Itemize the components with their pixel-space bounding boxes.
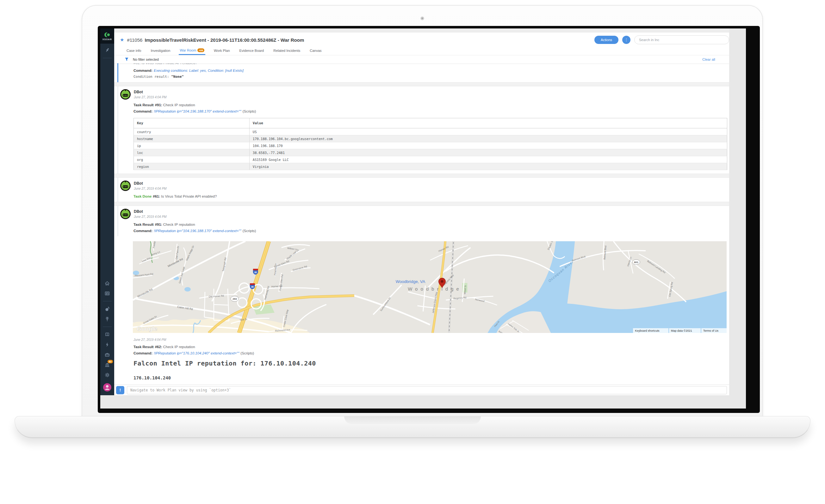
incident-id: #11056 (127, 37, 142, 43)
task-result-line: Task Result#91:Check IP reputation (134, 103, 727, 107)
kebab-menu-button[interactable]: ⋮ (622, 36, 630, 44)
incident-header: ★ #11056 ImpossibleTravelRiskEvent - 201… (114, 32, 729, 47)
timestamp: June 27, 2019 4:04 PM (134, 187, 166, 190)
tab-war-room[interactable]: War Room+99 (180, 49, 204, 55)
xsoar-logo-text: XSOAR (102, 38, 112, 40)
map-embed[interactable]: 95 95 294 (133, 241, 727, 333)
google-map: 95 95 294 (133, 241, 727, 333)
keyboard-shortcuts-link[interactable]: Keyboard shortcuts (635, 329, 660, 332)
route-294-shield: 294 (231, 296, 239, 302)
tab-evidence-board[interactable]: Evidence Board (239, 49, 264, 55)
tab-bar: Case info Investigation War Room+99 Work… (114, 47, 729, 55)
filter-funnel-icon[interactable] (125, 57, 129, 61)
svg-text:601: 601 (634, 261, 639, 264)
screen-display: XSOAR (100, 28, 746, 409)
entry-separator (114, 82, 729, 86)
tab-investigation[interactable]: Investigation (151, 49, 170, 55)
command-line: Command:Executing conditions: Label: yes… (134, 69, 729, 72)
clipped-line: #61: Is Virus Total Private API enabled? (120, 63, 729, 66)
timestamp: June 27, 2019 4:04 PM (134, 95, 166, 99)
main-panel: ★ #11056 ImpossibleTravelRiskEvent - 201… (114, 28, 729, 395)
city-state-label: Woodbridge, VA (396, 279, 426, 284)
command-mode-button[interactable]: ! (116, 386, 124, 394)
sidebar-divider (103, 301, 112, 301)
command-link[interactable]: !IPReputation ip="176.10.104.240" extend… (154, 351, 239, 355)
task-result-line: Task Result#91:Check IP reputation (134, 223, 727, 226)
home-icon[interactable] (104, 280, 110, 286)
timestamp: June 27, 2019 4:04 PM (134, 215, 166, 219)
dbot-avatar (120, 89, 131, 100)
org-badge: 82 (107, 360, 113, 363)
laptop-base (14, 416, 811, 438)
xsoar-logo[interactable]: XSOAR (100, 28, 114, 44)
war-room-entry-partial: #61: Is Virus Total Private API enabled?… (118, 63, 729, 82)
tab-related-incidents[interactable]: Related Incidents (273, 49, 300, 55)
camera-dot (421, 16, 424, 20)
author-name: DBot (134, 209, 166, 214)
ip-reputation-table: Key Value countryUS hostname170.188.196.… (134, 118, 727, 170)
command-line: Command:!IPReputation ip="176.10.104.240… (134, 351, 727, 355)
page-background-strip (114, 28, 729, 32)
command-line: Command:!IPReputation ip="104.196.188.17… (134, 229, 727, 233)
organization-icon[interactable]: 82 (104, 362, 110, 368)
filter-status-text: No filter selected (133, 58, 159, 61)
xsoar-app: XSOAR (100, 28, 729, 395)
task-done-line: Task Done#61:Is Virus Total Private API … (134, 194, 727, 198)
tab-case-info[interactable]: Case info (127, 49, 141, 55)
bullet-type: Type: ip_address (142, 384, 727, 385)
table-row: loc38.6583,-77.2481 (134, 149, 727, 156)
table-row: ip104.196.188.170 (134, 142, 727, 149)
war-room-entry: DBot June 27, 2019 4:04 PM Task Result#9… (118, 206, 729, 236)
sidebar: XSOAR (100, 28, 114, 395)
author-name: DBot (134, 89, 166, 94)
entry-separator (114, 174, 729, 178)
table-row: countryUS (134, 129, 727, 135)
header-actions: Actions ⋮ (594, 35, 729, 44)
table-row: hostname170.188.196.104.bc.googleusercon… (134, 135, 727, 142)
signpost-icon[interactable] (104, 316, 110, 322)
search-input[interactable] (634, 35, 729, 44)
laptop-lid: XSOAR (82, 5, 763, 417)
map-data-label: Map data ©2021 (671, 329, 692, 332)
war-room-feed[interactable]: #61: Is Virus Total Private API enabled?… (114, 63, 729, 385)
laptop-hinge-notch (344, 416, 481, 424)
dashboard-icon[interactable] (104, 290, 110, 296)
playbook-icon[interactable] (104, 332, 110, 337)
map-attribution: Keyboard shortcuts Map data ©2021 Terms … (633, 328, 727, 333)
chat-input[interactable] (127, 386, 727, 394)
terms-link[interactable]: Terms of Us (703, 329, 719, 332)
column-header-value: Value (249, 118, 727, 129)
laptop-screen: XSOAR (98, 26, 760, 413)
chat-input-bar: ! (114, 385, 729, 395)
command-link[interactable]: Executing conditions: Label: yes, Condit… (154, 69, 243, 72)
svg-text:294: 294 (232, 298, 237, 301)
column-header-key: Key (134, 118, 249, 129)
xsoar-logo-icon (104, 31, 110, 38)
tab-work-plan[interactable]: Work Plan (214, 49, 230, 55)
falcon-ip: 176.10.104.240 (134, 375, 727, 381)
tab-canvas[interactable]: Canvas (310, 49, 321, 55)
entry-separator (114, 202, 729, 206)
command-link[interactable]: !IPReputation ip="104.196.188.170" exten… (154, 229, 241, 233)
settings-gear-icon[interactable] (104, 372, 110, 378)
route-601-shield: 601 (632, 260, 640, 265)
automation-icon[interactable] (104, 342, 110, 347)
google-logo: Google (137, 325, 157, 332)
bomb-icon[interactable] (104, 306, 110, 312)
clear-all-link[interactable]: Clear all (702, 58, 715, 61)
filter-bar: No filter selected Clear all Add to Sa (114, 55, 729, 63)
actions-button[interactable]: Actions (594, 36, 618, 44)
sidebar-divider (103, 327, 112, 327)
favorite-star-icon[interactable]: ★ (120, 37, 124, 43)
user-avatar[interactable] (103, 383, 111, 392)
command-link[interactable]: !IPReputation ip="104.196.188.170" exten… (154, 109, 241, 113)
scene: XSOAR (0, 0, 825, 504)
jobs-icon[interactable] (104, 352, 110, 358)
svg-text:95: 95 (251, 286, 254, 288)
svg-text:95: 95 (254, 271, 257, 273)
war-room-entry: DBot June 27, 2019 4:04 PM Task Done#61:… (118, 178, 729, 202)
dbot-avatar (120, 180, 131, 191)
condition-result: Condition result: "None" (134, 75, 729, 79)
table-header-row: Key Value (134, 118, 727, 129)
thumbtack-icon[interactable] (104, 48, 110, 53)
